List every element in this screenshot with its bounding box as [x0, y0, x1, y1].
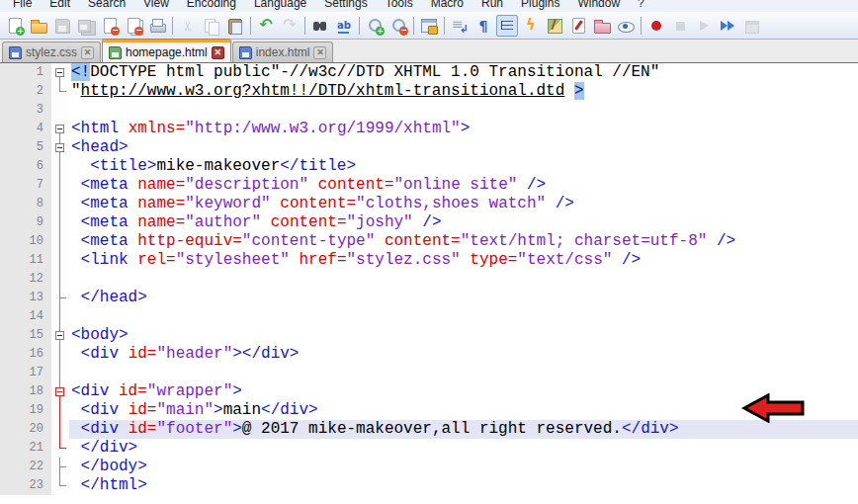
- line-number: 16: [0, 345, 51, 364]
- fold-margin: [51, 364, 69, 382]
- fold-toggle-icon[interactable]: [51, 382, 69, 401]
- indent-guide-button[interactable]: [496, 15, 518, 37]
- cut-icon: [179, 17, 197, 35]
- menu-item-encoding[interactable]: Encoding: [178, 0, 245, 12]
- code-text[interactable]: <title>mike-makeover</title>: [69, 157, 858, 176]
- show-all-characters-button[interactable]: [472, 15, 494, 37]
- code-text[interactable]: <meta name="description" content="online…: [69, 176, 858, 195]
- code-text[interactable]: <head>: [69, 138, 858, 157]
- code-line: 5<head>: [0, 138, 858, 157]
- fold-toggle-icon[interactable]: [51, 138, 69, 157]
- line-number: 3: [0, 101, 51, 120]
- find-button[interactable]: [309, 15, 331, 37]
- toolbar-separator: [359, 17, 360, 35]
- undo-button[interactable]: [255, 15, 277, 37]
- folder-as-workspace-button[interactable]: [591, 15, 613, 37]
- code-text[interactable]: <div id="main">main</div>: [69, 401, 858, 420]
- macro-run-multiple-button[interactable]: [717, 15, 738, 37]
- code-editor[interactable]: 1<!DOCTYPE html public"-//w3c//DTD XHTML…: [0, 63, 858, 504]
- show-all-characters-icon: [474, 17, 492, 35]
- line-number: 23: [0, 476, 51, 495]
- macro-record-button[interactable]: [645, 15, 667, 37]
- copy-button[interactable]: [201, 15, 222, 37]
- close-tab-icon[interactable]: ✕: [212, 46, 224, 59]
- code-text[interactable]: </html>: [69, 476, 858, 495]
- code-text[interactable]: [69, 270, 858, 289]
- menu-item-plugins[interactable]: Plugins: [512, 0, 568, 12]
- code-line: 22 </body>: [0, 458, 858, 476]
- macro-playback-button[interactable]: [693, 15, 715, 37]
- paste-button[interactable]: [224, 15, 246, 37]
- document-switcher-button[interactable]: [567, 15, 589, 37]
- tab-homepage.html[interactable]: homepage.html✕: [102, 39, 231, 62]
- menu-item-language[interactable]: Language: [245, 0, 315, 12]
- line-number: 9: [0, 213, 51, 232]
- fold-toggle-icon[interactable]: [51, 120, 69, 138]
- code-text[interactable]: <div id="wrapper">: [69, 382, 858, 401]
- zoom-in-button[interactable]: [364, 15, 386, 37]
- toolbar-separator: [304, 17, 305, 35]
- menu-item-window[interactable]: Window: [568, 0, 629, 12]
- code-text[interactable]: <body>: [69, 326, 858, 345]
- fold-margin: [51, 458, 69, 476]
- line-number: 18: [0, 382, 51, 401]
- line-number: 20: [0, 420, 51, 439]
- word-wrap-button[interactable]: [449, 15, 471, 37]
- save-button[interactable]: [51, 15, 73, 37]
- document-map-button[interactable]: [544, 15, 565, 37]
- sync-lock-button[interactable]: [418, 15, 440, 37]
- menu-item-settings[interactable]: Settings: [315, 0, 376, 12]
- menu-item-edit[interactable]: Edit: [41, 0, 79, 12]
- function-completion-button[interactable]: [520, 15, 542, 37]
- code-text[interactable]: "http://www.w3.org?xhtm!!/DTD/xhtml-tran…: [69, 82, 858, 101]
- code-line: 9 <meta name="author" content="joshy" />: [0, 213, 858, 232]
- undo-icon: [257, 17, 275, 35]
- close-tab-icon[interactable]: ✕: [313, 46, 326, 59]
- tab-stylez.css[interactable]: stylez.css✕: [2, 42, 101, 62]
- save-icon: [53, 17, 71, 35]
- fold-margin: [51, 476, 69, 495]
- save-all-button[interactable]: [75, 15, 97, 37]
- cut-button[interactable]: [177, 15, 199, 37]
- menu-item-[interactable]: ?: [629, 0, 653, 12]
- menu-item-view[interactable]: View: [134, 0, 178, 12]
- code-text[interactable]: </div>: [69, 439, 858, 458]
- fold-margin: [51, 307, 69, 326]
- macro-save-button[interactable]: [740, 15, 762, 37]
- menu-item-tools[interactable]: Tools: [377, 0, 422, 12]
- code-text[interactable]: <link rel="stylesheet" href="stylez.css"…: [69, 251, 858, 270]
- close-all-button[interactable]: [123, 15, 144, 37]
- code-text[interactable]: <div id="header"></div>: [69, 345, 858, 364]
- code-text[interactable]: <meta http-equiv="content-type" content=…: [69, 232, 858, 251]
- menu-item-search[interactable]: Search: [79, 0, 134, 12]
- code-line: 23 </html>: [0, 476, 858, 495]
- fold-toggle-icon[interactable]: [51, 63, 69, 82]
- code-text[interactable]: <div id="footer">@ 2017 mike-makeover,al…: [69, 420, 858, 439]
- code-text[interactable]: </body>: [69, 458, 858, 476]
- fold-toggle-icon[interactable]: [51, 326, 69, 345]
- code-text[interactable]: <meta name="keyword" content="cloths,sho…: [69, 195, 858, 213]
- code-text[interactable]: <meta name="author" content="joshy" />: [69, 213, 858, 232]
- zoom-out-button[interactable]: [387, 15, 409, 37]
- menu-item-macro[interactable]: Macro: [422, 0, 472, 12]
- line-number: 7: [0, 176, 51, 195]
- new-file-button[interactable]: [4, 15, 26, 37]
- file-monitoring-button[interactable]: [615, 15, 637, 37]
- menu-item-run[interactable]: Run: [472, 0, 512, 12]
- replace-button[interactable]: [333, 15, 355, 37]
- print-button[interactable]: [146, 15, 168, 37]
- close-button[interactable]: [99, 15, 121, 37]
- line-number: 14: [0, 307, 51, 326]
- open-file-button[interactable]: [28, 15, 49, 37]
- code-text[interactable]: <html xmlns="http:/www.w3.org/1999/xhtml…: [69, 120, 858, 138]
- code-text[interactable]: [69, 307, 858, 326]
- code-text[interactable]: </head>: [69, 289, 858, 307]
- close-tab-icon[interactable]: ✕: [81, 46, 94, 59]
- code-text[interactable]: [69, 101, 858, 120]
- menu-item-file[interactable]: File: [4, 0, 41, 12]
- macro-stop-button[interactable]: [669, 15, 691, 37]
- code-text[interactable]: [69, 364, 858, 382]
- code-text[interactable]: <!DOCTYPE html public"-//w3c//DTD XHTML …: [69, 63, 858, 82]
- redo-button[interactable]: [279, 15, 300, 37]
- tab-index.html[interactable]: index.html✕: [232, 42, 334, 62]
